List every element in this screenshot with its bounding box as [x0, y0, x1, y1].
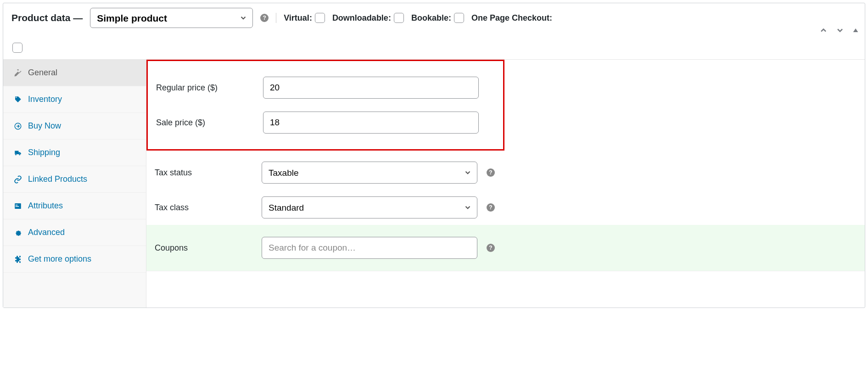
tab-label: Advanced — [28, 228, 65, 237]
content-area: Regular price ($) Sale price ($) Tax sta… — [146, 60, 865, 308]
one-page-checkout-group: One Page Checkout: — [471, 13, 552, 23]
tax-class-wrap: Standard — [262, 196, 477, 218]
help-icon[interactable]: ? — [487, 203, 495, 212]
tab-advanced[interactable]: Advanced — [3, 219, 146, 246]
tax-class-label: Tax class — [155, 203, 258, 213]
downloadable-group: Downloadable: — [332, 13, 404, 23]
tax-status-label: Tax status — [155, 168, 258, 178]
svg-rect-5 — [16, 206, 19, 207]
link-icon — [13, 175, 22, 184]
panel-header: Product data — Simple product ? Virtual:… — [3, 3, 865, 60]
product-data-panel: Product data — Simple product ? Virtual:… — [3, 3, 865, 308]
move-down-icon[interactable] — [835, 26, 845, 37]
arrow-right-circle-icon — [13, 122, 22, 130]
tab-linked-products[interactable]: Linked Products — [3, 166, 146, 193]
plugin-icon — [13, 255, 22, 263]
tab-get-more-options[interactable]: Get more options — [3, 246, 146, 273]
sale-price-row: Sale price ($) — [156, 105, 495, 140]
truck-icon — [13, 149, 22, 157]
tab-label: Inventory — [28, 95, 62, 104]
move-up-icon[interactable] — [819, 26, 828, 37]
toggle-panel-icon[interactable] — [852, 27, 859, 36]
downloadable-checkbox[interactable] — [394, 13, 404, 23]
one-page-checkout-checkbox[interactable] — [12, 43, 22, 53]
bookable-group: Bookable: — [411, 13, 464, 23]
help-icon[interactable]: ? — [260, 14, 269, 22]
downloadable-label: Downloadable: — [332, 13, 391, 23]
svg-marker-0 — [853, 28, 858, 32]
svg-rect-4 — [16, 205, 18, 206]
tag-icon — [13, 95, 22, 104]
tax-status-row: Tax status Taxable ? — [146, 155, 865, 190]
tax-class-select[interactable]: Standard — [262, 196, 477, 218]
separator — [276, 13, 276, 23]
coupons-row: Coupons ? — [146, 225, 865, 271]
tab-inventory[interactable]: Inventory — [3, 86, 146, 113]
panel-controls — [819, 26, 859, 37]
tab-general[interactable]: General — [3, 60, 146, 86]
regular-price-input[interactable] — [263, 77, 479, 99]
tab-label: Shipping — [28, 148, 60, 157]
tab-label: Get more options — [28, 254, 91, 264]
tax-status-wrap: Taxable — [262, 162, 477, 184]
help-icon[interactable]: ? — [487, 244, 495, 252]
panel-title: Product data — — [11, 12, 83, 23]
one-page-checkout-label: One Page Checkout: — [471, 13, 552, 23]
virtual-label: Virtual: — [284, 13, 312, 23]
virtual-checkbox[interactable] — [315, 13, 325, 23]
price-highlight-box: Regular price ($) Sale price ($) — [146, 60, 504, 151]
regular-price-label: Regular price ($) — [156, 83, 259, 93]
panel-body: General Inventory Buy Now Shipping — [3, 60, 865, 308]
sale-price-label: Sale price ($) — [156, 118, 259, 128]
virtual-group: Virtual: — [284, 13, 325, 23]
sale-price-input[interactable] — [263, 112, 479, 134]
coupons-search-input[interactable] — [262, 237, 477, 259]
tab-buy-now[interactable]: Buy Now — [3, 113, 146, 140]
gear-icon — [13, 229, 22, 237]
tab-label: Linked Products — [28, 174, 87, 184]
tab-label: Buy Now — [28, 121, 61, 131]
bookable-checkbox[interactable] — [454, 13, 464, 23]
layout-icon — [13, 202, 22, 210]
tabs-sidebar: General Inventory Buy Now Shipping — [3, 60, 146, 308]
bookable-label: Bookable: — [411, 13, 451, 23]
tab-label: Attributes — [28, 201, 63, 211]
tab-label: General — [28, 68, 57, 78]
help-icon[interactable]: ? — [487, 168, 495, 177]
tax-class-row: Tax class Standard ? — [146, 190, 865, 225]
tab-attributes[interactable]: Attributes — [3, 193, 146, 219]
product-type-select[interactable]: Simple product — [90, 8, 253, 28]
regular-price-row: Regular price ($) — [156, 70, 495, 105]
wrench-icon — [13, 69, 22, 77]
coupons-label: Coupons — [155, 243, 258, 253]
tax-status-select[interactable]: Taxable — [262, 162, 477, 184]
product-type-wrap: Simple product — [90, 8, 253, 28]
tab-shipping[interactable]: Shipping — [3, 140, 146, 166]
